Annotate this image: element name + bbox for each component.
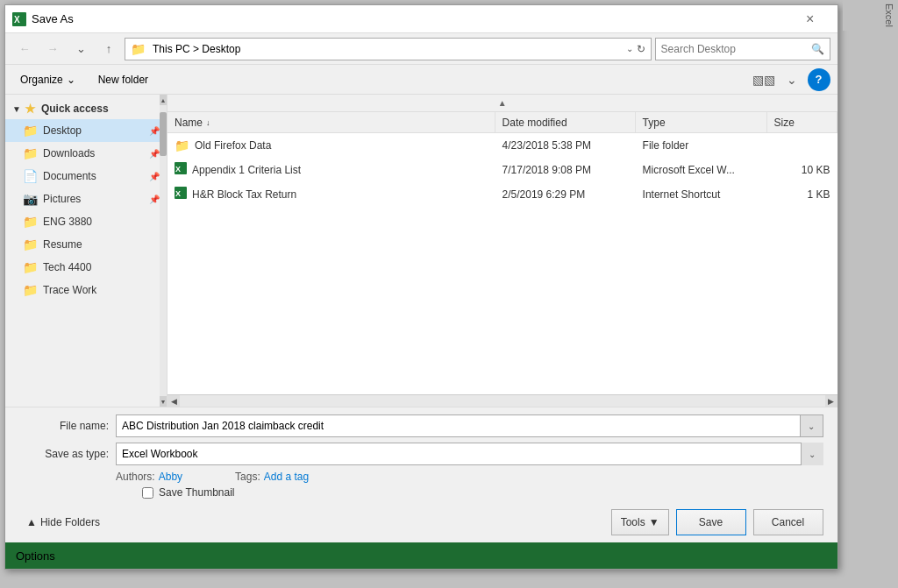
button-row: ▲ Hide Folders Tools ▼ Save Cancel — [19, 506, 823, 535]
sidebar-item-resume[interactable]: 📁 Resume — [5, 233, 167, 256]
file-name-cell-0: 📁 Old Firefox Data — [167, 138, 495, 152]
sidebar-item-downloads[interactable]: 📁 Downloads 📌 — [5, 142, 167, 165]
search-icon: 🔍 — [811, 43, 824, 55]
sidebar-item-label-pictures: Pictures — [43, 193, 81, 205]
documents-folder-icon: 📄 — [23, 169, 38, 183]
sidebar-item-tracework[interactable]: 📁 Trace Work — [5, 279, 167, 301]
address-dropdown-arrow[interactable]: ⌄ — [626, 44, 633, 53]
save-button[interactable]: Save — [676, 509, 746, 535]
tools-label: Tools — [621, 516, 645, 528]
quick-access-header[interactable]: ▼ ★ Quick access — [5, 98, 167, 119]
quick-access-star-icon: ★ — [25, 102, 36, 116]
svg-text:X: X — [175, 165, 181, 174]
sidebar: ▼ ★ Quick access 📁 Desktop 📌 📁 Downloads… — [5, 95, 167, 407]
authors-value[interactable]: Abby — [159, 471, 182, 483]
col-header-size[interactable]: Size — [767, 112, 837, 132]
address-bar[interactable]: 📁 This PC > Desktop ⌄ ↻ — [125, 38, 652, 60]
file-name-0: Old Firefox Data — [195, 139, 271, 152]
file-name-2: H&R Block Tax Return — [192, 188, 296, 201]
cancel-button[interactable]: Cancel — [753, 509, 823, 535]
recent-locations-button[interactable]: ⌄ — [68, 38, 93, 60]
col-header-date[interactable]: Date modified — [495, 112, 636, 132]
file-type-cell-0: File folder — [636, 139, 767, 152]
sidebar-item-desktop[interactable]: 📁 Desktop 📌 — [5, 119, 167, 142]
search-input[interactable] — [661, 43, 808, 55]
sidebar-item-eng3880[interactable]: 📁 ENG 3880 — [5, 210, 167, 233]
svg-text:X: X — [14, 15, 20, 25]
back-button[interactable]: ← — [12, 38, 37, 60]
main-content: ▼ ★ Quick access 📁 Desktop 📌 📁 Downloads… — [5, 95, 837, 407]
sort-arrow-icon: ↓ — [206, 118, 210, 127]
view-button[interactable]: ▧▧ — [752, 68, 776, 91]
pictures-folder-icon: 📷 — [23, 192, 38, 206]
excel-icon-1: X — [175, 162, 187, 177]
sidebar-item-label-downloads: Downloads — [43, 147, 95, 159]
tech4400-folder-icon: 📁 — [23, 260, 38, 274]
file-list-container: ▲ Name ↓ Date modified Type Size — [167, 95, 837, 407]
col-header-name[interactable]: Name ↓ — [167, 112, 495, 132]
save-type-select[interactable]: Excel Workbook Excel Macro-Enabled Workb… — [116, 443, 823, 465]
file-name-input[interactable] — [122, 420, 817, 432]
checkbox-row: Save Thumbnail — [19, 486, 823, 499]
file-name-label: File name: — [19, 420, 116, 432]
sort-up-button[interactable]: ▲ — [167, 95, 837, 112]
right-buttons: Tools ▼ Save Cancel — [611, 509, 823, 535]
col-type-label: Type — [643, 117, 666, 129]
col-header-type[interactable]: Type — [636, 112, 767, 132]
excel-label: Excel — [884, 4, 894, 27]
hscroll-track[interactable] — [180, 395, 825, 407]
organize-button[interactable]: Organize ⌄ — [12, 68, 83, 91]
col-date-label: Date modified — [502, 117, 567, 129]
file-name-row: File name: ⌄ — [19, 414, 823, 437]
up-button[interactable]: ↑ — [96, 38, 121, 60]
sidebar-item-documents[interactable]: 📄 Documents 📌 — [5, 165, 167, 188]
file-item-appendix[interactable]: X Appendix 1 Criteria List 7/17/2018 9:0… — [167, 158, 837, 182]
sidebar-item-label-tracework: Trace Work — [43, 284, 96, 296]
svg-text:X: X — [175, 189, 181, 198]
file-date-cell-1: 7/17/2018 9:08 PM — [495, 164, 636, 176]
options-label: Options — [16, 549, 55, 563]
excel-icon: X — [12, 12, 26, 26]
new-folder-button[interactable]: New folder — [90, 68, 156, 91]
hscroll-left-button[interactable]: ◀ — [167, 395, 180, 407]
search-box[interactable]: 🔍 — [655, 38, 830, 60]
address-path: This PC > Desktop — [153, 43, 623, 55]
folder-icon-0: 📁 — [175, 138, 189, 152]
tools-button[interactable]: Tools ▼ — [611, 509, 669, 535]
hscroll-right-button[interactable]: ▶ — [825, 395, 837, 407]
file-size-cell-1: 10 KB — [767, 164, 837, 176]
desktop-pin-icon: 📌 — [149, 126, 160, 136]
sidebar-item-pictures[interactable]: 📷 Pictures 📌 — [5, 188, 167, 210]
horizontal-scrollbar[interactable]: ◀ ▶ — [167, 394, 837, 407]
help-button[interactable]: ? — [808, 68, 830, 91]
sidebar-scroll-up[interactable]: ▲ — [160, 95, 167, 105]
file-name-input-container[interactable]: ⌄ — [116, 414, 823, 437]
refresh-button[interactable]: ↻ — [637, 43, 645, 55]
view-icon: ▧▧ — [752, 73, 775, 87]
file-name-dropdown-arrow[interactable]: ⌄ — [800, 415, 823, 436]
shortcut-icon-2: X — [175, 187, 187, 202]
sidebar-scroll-down[interactable]: ▼ — [160, 396, 167, 407]
hide-folders-label: Hide Folders — [40, 516, 100, 528]
file-item-old-firefox-data[interactable]: 📁 Old Firefox Data 4/23/2018 5:38 PM Fil… — [167, 133, 837, 158]
sidebar-item-tech4400[interactable]: 📁 Tech 4400 — [5, 256, 167, 279]
save-type-label: Save as type: — [19, 448, 116, 460]
save-type-select-container[interactable]: Excel Workbook Excel Macro-Enabled Workb… — [116, 443, 823, 465]
view-dropdown-button[interactable]: ⌄ — [780, 68, 804, 91]
file-name-1: Appendix 1 Criteria List — [192, 164, 301, 176]
file-list[interactable]: 📁 Old Firefox Data 4/23/2018 5:38 PM Fil… — [167, 133, 837, 394]
save-thumbnail-label[interactable]: Save Thumbnail — [159, 486, 235, 499]
resume-folder-icon: 📁 — [23, 237, 38, 251]
sidebar-item-label-documents: Documents — [43, 170, 96, 182]
organize-toolbar: Organize ⌄ New folder ▧▧ ⌄ ? — [5, 65, 837, 95]
file-date-cell-0: 4/23/2018 5:38 PM — [495, 139, 636, 152]
hide-folders-button[interactable]: ▲ Hide Folders — [19, 513, 107, 532]
close-button[interactable]: × — [790, 5, 830, 33]
forward-button[interactable]: → — [40, 38, 65, 60]
save-thumbnail-checkbox[interactable] — [142, 487, 153, 499]
file-item-hr-block[interactable]: X H&R Block Tax Return 2/5/2019 6:29 PM … — [167, 182, 837, 207]
hide-folders-arrow-icon: ▲ — [26, 516, 37, 528]
tags-value[interactable]: Add a tag — [264, 471, 309, 483]
options-bar[interactable]: Options — [5, 542, 837, 569]
sidebar-scroll[interactable]: ▼ ★ Quick access 📁 Desktop 📌 📁 Downloads… — [5, 95, 167, 407]
